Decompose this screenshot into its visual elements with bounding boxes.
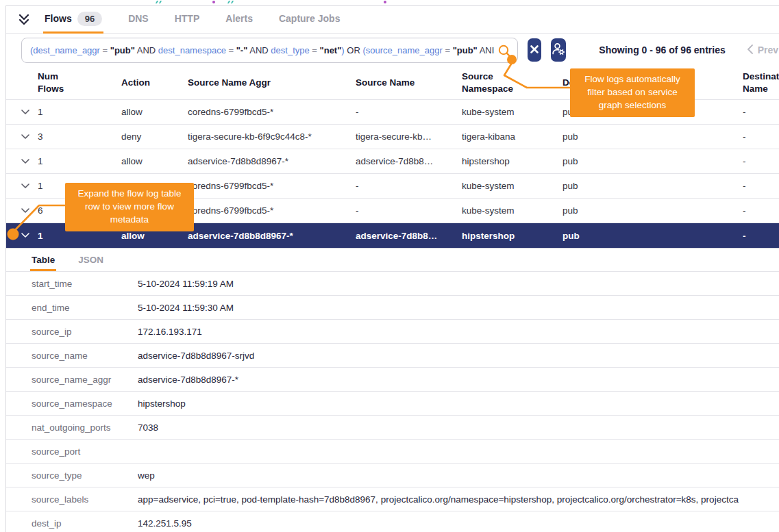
detail-row: source_nameadservice-7d8b8d8967-srjvd	[6, 344, 779, 368]
tab-http[interactable]: HTTP	[173, 6, 201, 34]
detail-row: source_port	[6, 440, 779, 464]
cell-destination-name: -	[743, 131, 779, 142]
row-expand-icon[interactable]	[21, 183, 38, 189]
query-token: (dest_name_aggr	[30, 45, 100, 55]
detail-key: source_namespace	[6, 398, 138, 409]
detail-value: 5-10-2024 11:59:19 AM	[138, 279, 779, 289]
cell-destination-name: -	[743, 231, 779, 241]
detail-row: source_typewep	[6, 464, 779, 487]
tab-label: Alerts	[225, 13, 253, 24]
cell-dest-name-aggr: pub	[562, 156, 743, 166]
column-header: Source Name Aggr	[188, 77, 356, 89]
filter-annotation-tooltip: Flow logs automatically filter based on …	[570, 68, 695, 117]
row-expand-icon[interactable]	[21, 208, 38, 214]
detail-value: adservice-7d8b8d8967-*	[138, 375, 779, 385]
detail-value: adservice-7d8b8d8967-srjvd	[138, 351, 779, 361]
detail-tabbar: Table JSON	[6, 249, 779, 272]
cell-source-name-aggr: coredns-6799fbcd5-*	[188, 107, 356, 117]
query-token: (source_name_aggr	[362, 45, 442, 55]
detail-row: source_name_aggradservice-7d8b8d8967-*	[6, 368, 779, 392]
collapse-panel-icon[interactable]	[16, 13, 32, 27]
row-expand-icon[interactable]	[21, 159, 38, 164]
tab-alerts[interactable]: Alerts	[224, 6, 254, 34]
prev-button[interactable]: Prev	[758, 45, 778, 55]
clear-filter-button[interactable]	[528, 38, 541, 62]
cell-source-name-aggr: adservice-7d8b8d8967-*	[188, 231, 356, 241]
cell-source-name: adservice-7d8b8…	[356, 231, 462, 241]
cell-action: allow	[121, 107, 188, 117]
cell-source-namespace: kube-system	[462, 205, 562, 216]
entries-count: Showing 0 - 96 of 96 entries	[599, 45, 725, 55]
detail-key: source_type	[6, 470, 138, 481]
detail-key: dest_ip	[6, 518, 138, 529]
query-token: "pub"	[453, 45, 478, 55]
filter-query-input[interactable]: (dest_name_aggr = "pub" AND dest_namespa…	[21, 38, 518, 63]
tab-dns[interactable]: DNS	[127, 6, 150, 34]
expand-annotation-tooltip: Expand the flow log table row to view mo…	[65, 183, 194, 231]
flow-row[interactable]: 3denytigera-secure-kb-6f9c9c44c8-*tigera…	[6, 125, 779, 149]
query-token: AND	[247, 45, 271, 55]
tab-count-badge: 96	[77, 12, 102, 26]
detail-value: app=adservice, pci=true, pod-template-ha…	[138, 494, 779, 505]
tab-label: DNS	[128, 13, 149, 24]
cell-dest-name-aggr: pub	[562, 231, 743, 241]
cell-source-namespace: kube-system	[462, 181, 562, 191]
cell-action: deny	[121, 131, 188, 142]
detail-row: source_namespacehipstershop	[6, 392, 779, 416]
tab-table[interactable]: Table	[30, 251, 56, 271]
graph-edge-fragment	[156, 1, 162, 3]
cell-num-flows: 3	[38, 131, 121, 142]
cell-source-namespace: hipstershop	[462, 231, 562, 241]
graph-edge-fragment	[227, 1, 234, 3]
detail-key: start_time	[6, 279, 138, 289]
cell-destination-name: -	[743, 156, 779, 166]
tab-flows[interactable]: Flows96	[43, 6, 103, 34]
row-expand-icon[interactable]	[21, 110, 38, 115]
query-token: dest_namespace	[158, 45, 226, 55]
query-token: AND	[135, 45, 158, 55]
cell-destination-name: -	[743, 181, 779, 191]
detail-value: hipstershop	[138, 398, 779, 409]
graph-node-fragment	[212, 1, 215, 3]
detail-key: source_labels	[6, 494, 138, 505]
detail-value: 172.16.193.171	[138, 327, 779, 337]
detail-key: source_name	[6, 351, 138, 361]
graph-node-fragment	[384, 1, 386, 3]
cell-source-name-aggr: coredns-6799fbcd5-*	[188, 205, 356, 216]
cell-source-name: -	[356, 205, 462, 216]
cell-action: allow	[121, 231, 188, 241]
detail-row: source_labelsapp=adservice, pci=true, po…	[6, 487, 779, 511]
cell-num-flows: 1	[38, 231, 121, 241]
column-header: Source Namespace	[462, 71, 525, 94]
tab-table-label: Table	[32, 255, 55, 265]
cell-num-flows: 1	[38, 107, 121, 117]
pagination: Prev Next	[746, 44, 779, 57]
detail-row: end_time5-10-2024 11:59:30 AM	[6, 296, 779, 320]
cell-destination-name: -	[743, 107, 779, 117]
detail-value: 5-10-2024 11:59:30 AM	[138, 303, 779, 313]
user-settings-button[interactable]	[551, 38, 566, 62]
cell-source-namespace: kube-system	[462, 107, 562, 117]
log-type-tabbar: Flows96DNSHTTPAlertsCapture Jobs	[6, 6, 779, 34]
detail-key: source_name_aggr	[6, 375, 138, 385]
detail-row: source_ip172.16.193.171	[6, 320, 779, 344]
tab-label: HTTP	[175, 13, 200, 24]
query-token: =	[443, 45, 453, 55]
cell-action: allow	[121, 156, 188, 166]
column-header: Action	[121, 77, 188, 89]
cell-source-namespace: tigera-kibana	[462, 131, 562, 142]
flow-row[interactable]: 1allowadservice-7d8b8d8967-*adservice-7d…	[6, 149, 779, 174]
query-token: dest_type	[271, 45, 309, 55]
cell-source-name-aggr: coredns-6799fbcd5-*	[188, 181, 356, 191]
tab-capture-jobs[interactable]: Capture Jobs	[277, 6, 341, 34]
search-icon[interactable]	[497, 44, 512, 61]
prev-icon[interactable]	[746, 44, 754, 57]
filter-query-text[interactable]: (dest_name_aggr = "pub" AND dest_namespa…	[30, 45, 494, 55]
row-expand-icon[interactable]	[21, 233, 38, 238]
tab-json[interactable]: JSON	[77, 251, 105, 271]
cell-source-name: adservice-7d8b8…	[356, 156, 462, 166]
detail-row: nat_outgoing_ports7038	[6, 416, 779, 440]
column-header: Num Flows	[38, 71, 73, 94]
cell-num-flows: 1	[38, 156, 121, 166]
row-expand-icon[interactable]	[21, 134, 38, 140]
